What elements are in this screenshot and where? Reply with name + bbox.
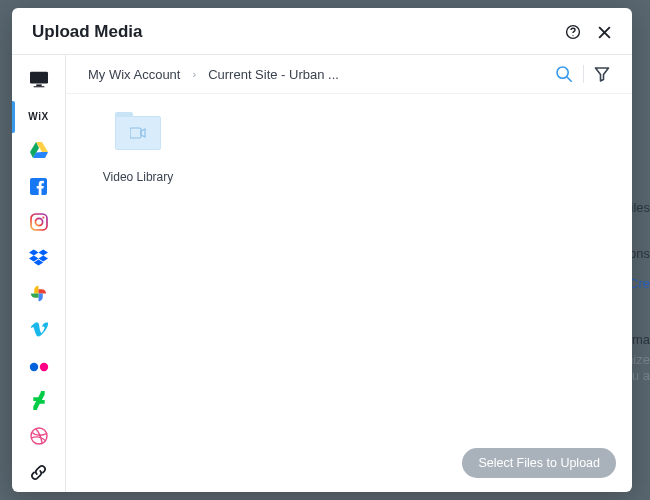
google-photos-icon: [30, 285, 47, 306]
svg-rect-4: [33, 86, 44, 87]
sidebar-item-instagram[interactable]: [12, 206, 66, 242]
folder-label: Video Library: [88, 170, 188, 184]
sidebar-item-flickr[interactable]: [12, 349, 66, 385]
content-grid: Video Library: [66, 94, 632, 492]
sidebar-item-upload[interactable]: [12, 63, 66, 99]
svg-point-1: [572, 35, 573, 36]
vimeo-icon: [30, 321, 48, 341]
dribbble-icon: [30, 427, 48, 449]
svg-rect-13: [130, 128, 141, 138]
sidebar-item-wix[interactable]: WiX: [12, 99, 66, 135]
sidebar-item-url[interactable]: [12, 456, 66, 492]
upload-icon: [28, 70, 50, 92]
sidebar-item-deviantart[interactable]: [12, 385, 66, 421]
wix-icon: WiX: [28, 111, 48, 122]
filter-icon[interactable]: [594, 66, 610, 82]
search-icon[interactable]: [555, 65, 573, 83]
instagram-icon: [30, 213, 48, 235]
svg-point-8: [42, 216, 44, 218]
dropbox-icon: [29, 249, 48, 270]
main-pane: My Wix Account › Current Site - Urban ..…: [66, 55, 632, 492]
toolbar: My Wix Account › Current Site - Urban ..…: [66, 55, 632, 94]
sidebar-item-facebook[interactable]: [12, 170, 66, 206]
sidebar-item-google-drive[interactable]: [12, 135, 66, 171]
svg-point-9: [29, 363, 37, 371]
deviantart-icon: [33, 391, 45, 414]
svg-point-10: [39, 363, 47, 371]
sidebar-item-dribbble[interactable]: [12, 421, 66, 457]
link-icon: [29, 463, 48, 486]
folder-video-library[interactable]: Video Library: [88, 112, 188, 184]
flickr-icon: [29, 358, 49, 376]
help-icon[interactable]: [565, 24, 581, 40]
breadcrumb-current[interactable]: Current Site - Urban ...: [208, 67, 339, 82]
dialog-title: Upload Media: [32, 22, 143, 42]
svg-point-7: [35, 218, 42, 225]
titlebar: Upload Media: [12, 8, 632, 55]
upload-media-dialog: Upload Media: [12, 8, 632, 492]
close-icon[interactable]: [597, 25, 612, 40]
breadcrumb-root[interactable]: My Wix Account: [88, 67, 180, 82]
folder-icon: [115, 112, 161, 150]
svg-rect-2: [30, 72, 48, 84]
svg-rect-3: [36, 84, 41, 86]
video-icon: [130, 127, 146, 139]
sidebar-item-vimeo[interactable]: [12, 313, 66, 349]
select-files-button[interactable]: Select Files to Upload: [462, 448, 616, 478]
background-text: Cre: [629, 274, 650, 294]
google-drive-icon: [30, 142, 48, 162]
facebook-icon: [30, 178, 47, 199]
background-text: ons: [629, 244, 650, 264]
chevron-right-icon: ›: [192, 68, 196, 80]
sidebar-item-dropbox[interactable]: [12, 242, 66, 278]
svg-rect-6: [31, 214, 47, 230]
toolbar-divider: [583, 65, 584, 83]
source-sidebar: WiX: [12, 55, 66, 492]
sidebar-item-google-photos[interactable]: [12, 278, 66, 314]
